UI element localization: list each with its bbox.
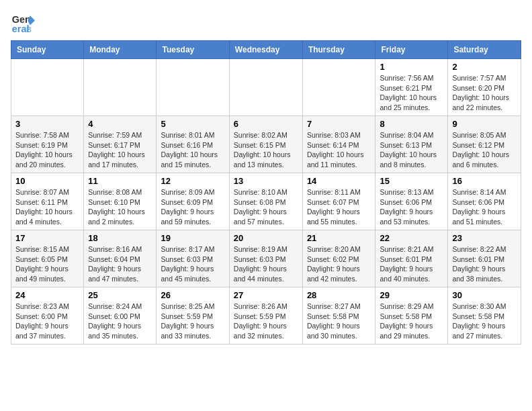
calendar-table: SundayMondayTuesdayWednesdayThursdayFrid…: [11, 40, 521, 345]
day-number: 1: [380, 62, 443, 72]
day-number: 12: [161, 176, 224, 186]
calendar-cell: 22Sunrise: 8:21 AM Sunset: 6:01 PM Dayli…: [375, 230, 448, 287]
week-row-2: 3Sunrise: 7:58 AM Sunset: 6:19 PM Daylig…: [11, 116, 521, 173]
calendar-cell: 18Sunrise: 8:16 AM Sunset: 6:04 PM Dayli…: [84, 230, 157, 287]
calendar-cell: 16Sunrise: 8:14 AM Sunset: 6:06 PM Dayli…: [448, 173, 521, 230]
day-info: Sunrise: 8:26 AM Sunset: 5:59 PM Dayligh…: [234, 302, 298, 341]
calendar-cell: 10Sunrise: 8:07 AM Sunset: 6:11 PM Dayli…: [11, 173, 84, 230]
day-info: Sunrise: 8:01 AM Sunset: 6:16 PM Dayligh…: [161, 130, 224, 170]
calendar-cell: 11Sunrise: 8:08 AM Sunset: 6:10 PM Dayli…: [84, 173, 157, 230]
calendar-cell: 7Sunrise: 8:03 AM Sunset: 6:14 PM Daylig…: [302, 116, 375, 173]
calendar-cell: 8Sunrise: 8:04 AM Sunset: 6:13 PM Daylig…: [375, 116, 448, 173]
day-number: 27: [234, 290, 298, 300]
calendar-cell: 25Sunrise: 8:24 AM Sunset: 6:00 PM Dayli…: [84, 287, 157, 345]
day-info: Sunrise: 8:09 AM Sunset: 6:09 PM Dayligh…: [161, 187, 224, 227]
calendar-cell: 17Sunrise: 8:15 AM Sunset: 6:05 PM Dayli…: [11, 230, 84, 287]
day-info: Sunrise: 8:05 AM Sunset: 6:12 PM Dayligh…: [452, 130, 517, 170]
day-number: 11: [88, 176, 152, 186]
calendar-cell: 23Sunrise: 8:22 AM Sunset: 6:01 PM Dayli…: [448, 230, 521, 287]
day-number: 24: [15, 290, 79, 300]
calendar-cell: 27Sunrise: 8:26 AM Sunset: 5:59 PM Dayli…: [229, 287, 302, 345]
day-info: Sunrise: 8:27 AM Sunset: 5:58 PM Dayligh…: [307, 302, 371, 341]
weekday-header-sunday: Sunday: [11, 41, 84, 59]
calendar-cell: [302, 59, 375, 116]
day-number: 2: [452, 62, 517, 72]
day-number: 19: [161, 233, 224, 243]
calendar-cell: 4Sunrise: 7:59 AM Sunset: 6:17 PM Daylig…: [84, 116, 157, 173]
logo-icon: Gen eral B: [11, 11, 35, 35]
day-info: Sunrise: 7:56 AM Sunset: 6:21 PM Dayligh…: [380, 73, 443, 113]
day-info: Sunrise: 8:03 AM Sunset: 6:14 PM Dayligh…: [307, 130, 371, 170]
day-info: Sunrise: 8:14 AM Sunset: 6:06 PM Dayligh…: [452, 187, 517, 227]
calendar-cell: [11, 59, 84, 116]
day-number: 20: [234, 233, 298, 243]
day-number: 28: [307, 290, 371, 300]
calendar-cell: 15Sunrise: 8:13 AM Sunset: 6:06 PM Dayli…: [375, 173, 448, 230]
day-info: Sunrise: 8:13 AM Sunset: 6:06 PM Dayligh…: [380, 187, 443, 227]
calendar-cell: [84, 59, 157, 116]
day-info: Sunrise: 7:59 AM Sunset: 6:17 PM Dayligh…: [88, 130, 152, 170]
calendar-cell: [229, 59, 302, 116]
day-info: Sunrise: 8:08 AM Sunset: 6:10 PM Dayligh…: [88, 187, 152, 227]
day-number: 16: [452, 176, 517, 186]
week-row-4: 17Sunrise: 8:15 AM Sunset: 6:05 PM Dayli…: [11, 230, 521, 287]
day-number: 15: [380, 176, 443, 186]
day-number: 4: [88, 119, 152, 129]
calendar-cell: 30Sunrise: 8:30 AM Sunset: 5:58 PM Dayli…: [448, 287, 521, 345]
calendar-cell: 29Sunrise: 8:29 AM Sunset: 5:58 PM Dayli…: [375, 287, 448, 345]
day-number: 21: [307, 233, 371, 243]
calendar-cell: 2Sunrise: 7:57 AM Sunset: 6:20 PM Daylig…: [448, 59, 521, 116]
day-info: Sunrise: 8:04 AM Sunset: 6:13 PM Dayligh…: [380, 130, 443, 170]
day-info: Sunrise: 8:20 AM Sunset: 6:02 PM Dayligh…: [307, 244, 371, 284]
day-number: 10: [15, 176, 79, 186]
weekday-header-wednesday: Wednesday: [229, 41, 302, 59]
calendar-cell: 20Sunrise: 8:19 AM Sunset: 6:03 PM Dayli…: [229, 230, 302, 287]
week-row-1: 1Sunrise: 7:56 AM Sunset: 6:21 PM Daylig…: [11, 59, 521, 116]
day-number: 23: [452, 233, 517, 243]
day-info: Sunrise: 8:24 AM Sunset: 6:00 PM Dayligh…: [88, 302, 152, 341]
svg-text:B: B: [26, 26, 31, 34]
day-info: Sunrise: 8:25 AM Sunset: 5:59 PM Dayligh…: [161, 302, 224, 341]
calendar-cell: 9Sunrise: 8:05 AM Sunset: 6:12 PM Daylig…: [448, 116, 521, 173]
day-number: 30: [452, 290, 517, 300]
weekday-header-saturday: Saturday: [448, 41, 521, 59]
day-info: Sunrise: 8:22 AM Sunset: 6:01 PM Dayligh…: [452, 244, 517, 284]
week-row-5: 24Sunrise: 8:23 AM Sunset: 6:00 PM Dayli…: [11, 287, 521, 345]
day-number: 6: [234, 119, 298, 129]
day-info: Sunrise: 8:11 AM Sunset: 6:07 PM Dayligh…: [307, 187, 371, 227]
day-info: Sunrise: 8:07 AM Sunset: 6:11 PM Dayligh…: [15, 187, 79, 227]
day-info: Sunrise: 7:57 AM Sunset: 6:20 PM Dayligh…: [452, 73, 517, 113]
calendar-cell: 13Sunrise: 8:10 AM Sunset: 6:08 PM Dayli…: [229, 173, 302, 230]
day-info: Sunrise: 8:17 AM Sunset: 6:03 PM Dayligh…: [161, 244, 224, 284]
calendar-cell: 19Sunrise: 8:17 AM Sunset: 6:03 PM Dayli…: [157, 230, 229, 287]
day-number: 22: [380, 233, 443, 243]
calendar-cell: 26Sunrise: 8:25 AM Sunset: 5:59 PM Dayli…: [157, 287, 229, 345]
calendar-cell: 1Sunrise: 7:56 AM Sunset: 6:21 PM Daylig…: [375, 59, 448, 116]
weekday-header-monday: Monday: [84, 41, 157, 59]
day-info: Sunrise: 8:02 AM Sunset: 6:15 PM Dayligh…: [234, 130, 298, 170]
calendar-cell: 6Sunrise: 8:02 AM Sunset: 6:15 PM Daylig…: [229, 116, 302, 173]
weekday-header-row: SundayMondayTuesdayWednesdayThursdayFrid…: [11, 41, 521, 59]
day-number: 18: [88, 233, 152, 243]
day-info: Sunrise: 8:15 AM Sunset: 6:05 PM Dayligh…: [15, 244, 79, 284]
calendar-cell: 12Sunrise: 8:09 AM Sunset: 6:09 PM Dayli…: [157, 173, 229, 230]
day-info: Sunrise: 8:30 AM Sunset: 5:58 PM Dayligh…: [452, 302, 517, 341]
calendar-cell: 5Sunrise: 8:01 AM Sunset: 6:16 PM Daylig…: [157, 116, 229, 173]
day-number: 29: [380, 290, 443, 300]
weekday-header-thursday: Thursday: [302, 41, 375, 59]
day-info: Sunrise: 8:19 AM Sunset: 6:03 PM Dayligh…: [234, 244, 298, 284]
day-info: Sunrise: 8:10 AM Sunset: 6:08 PM Dayligh…: [234, 187, 298, 227]
logo: Gen eral B: [11, 11, 38, 35]
day-info: Sunrise: 7:58 AM Sunset: 6:19 PM Dayligh…: [15, 130, 79, 170]
day-number: 7: [307, 119, 371, 129]
day-number: 13: [234, 176, 298, 186]
calendar-cell: [157, 59, 229, 116]
weekday-header-tuesday: Tuesday: [157, 41, 229, 59]
day-number: 26: [161, 290, 224, 300]
day-number: 3: [15, 119, 79, 129]
calendar-cell: 3Sunrise: 7:58 AM Sunset: 6:19 PM Daylig…: [11, 116, 84, 173]
day-number: 8: [380, 119, 443, 129]
calendar-cell: 28Sunrise: 8:27 AM Sunset: 5:58 PM Dayli…: [302, 287, 375, 345]
day-number: 14: [307, 176, 371, 186]
day-number: 9: [452, 119, 517, 129]
